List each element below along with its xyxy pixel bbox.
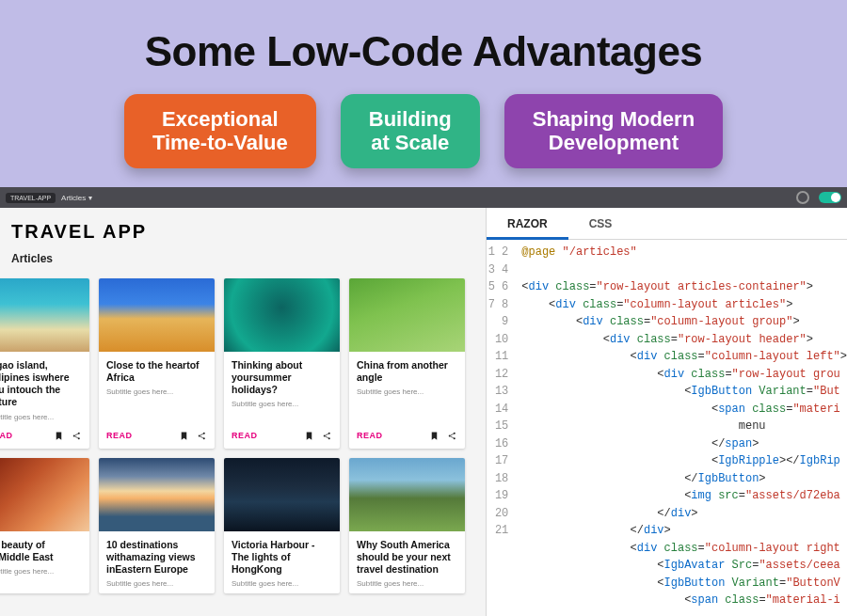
article-card[interactable]: China from another angle Subtitle goes h… bbox=[349, 278, 465, 449]
app-menu-articles[interactable]: Articles ▾ bbox=[61, 194, 91, 202]
card-title: Victoria Harbour - The lights of HongKon… bbox=[232, 539, 332, 576]
travel-app-title: TRAVEL APP bbox=[11, 221, 474, 243]
card-image bbox=[224, 458, 340, 531]
app-badge: TRAVEL-APP bbox=[6, 193, 56, 203]
card-title: Why South America should be your next tr… bbox=[357, 539, 457, 576]
card-image bbox=[99, 278, 215, 352]
card-title: China from another angle bbox=[357, 359, 457, 384]
card-title: he beauty of heMiddle East bbox=[0, 539, 82, 563]
pill-building-scale: Building at Scale bbox=[341, 94, 480, 168]
card-image bbox=[349, 458, 465, 531]
svg-point-11 bbox=[454, 437, 455, 439]
svg-point-5 bbox=[203, 437, 205, 439]
card-image bbox=[99, 458, 215, 531]
viewport-circle-icon[interactable] bbox=[796, 191, 809, 204]
card-subtitle: Subtitle goes here... bbox=[357, 579, 457, 588]
card-title: 10 destinations withamazing views inEast… bbox=[106, 539, 207, 576]
share-icon[interactable] bbox=[72, 431, 82, 441]
bookmark-icon[interactable] bbox=[304, 431, 314, 441]
svg-point-10 bbox=[454, 432, 455, 434]
card-subtitle: Subtitle goes here... bbox=[357, 387, 457, 396]
article-card[interactable]: Victoria Harbour - The lights of HongKon… bbox=[224, 458, 340, 593]
pill-line: Building bbox=[369, 107, 452, 131]
code-editor-panel: RAZOR CSS 1 2 3 4 5 6 7 8 9 10 11 12 13 … bbox=[486, 208, 847, 616]
read-button[interactable]: READ bbox=[0, 431, 46, 440]
pill-line: Development bbox=[533, 131, 695, 154]
code-area[interactable]: 1 2 3 4 5 6 7 8 9 10 11 12 13 14 15 16 1… bbox=[487, 240, 847, 616]
pill-line: Time-to-Value bbox=[152, 131, 288, 154]
card-subtitle: Subtitle goes here... bbox=[0, 413, 82, 421]
editor-tabs: RAZOR CSS bbox=[487, 208, 847, 240]
card-grid: argao island, hillipines iswhere you int… bbox=[0, 271, 486, 593]
card-subtitle: Subtitle goes here... bbox=[106, 579, 207, 588]
pill-row: Exceptional Time-to-Value Building at Sc… bbox=[0, 94, 847, 168]
svg-point-1 bbox=[78, 432, 80, 434]
share-icon[interactable] bbox=[322, 431, 332, 441]
svg-point-7 bbox=[328, 432, 330, 434]
code-content[interactable]: @page "/articles" <div class="row-layout… bbox=[516, 240, 847, 616]
designer-app-bar: TRAVEL-APP Articles ▾ bbox=[0, 187, 847, 208]
travel-preview-panel: TRAVEL APP Articles argao island, hillip… bbox=[0, 208, 486, 616]
split-panels: TRAVEL APP Articles argao island, hillip… bbox=[0, 208, 847, 616]
card-subtitle: Subtitle goes here... bbox=[232, 400, 332, 408]
card-title: argao island, hillipines iswhere you int… bbox=[0, 359, 82, 409]
card-title: Thinking about yoursummer holidays? bbox=[232, 359, 332, 396]
article-card[interactable]: he beauty of heMiddle East Subtitle goes… bbox=[0, 458, 89, 593]
read-button[interactable]: READ bbox=[106, 431, 171, 440]
card-image bbox=[0, 278, 89, 352]
travel-section-heading: Articles bbox=[11, 252, 474, 265]
pill-shaping-dev: Shaping Modern Development bbox=[504, 94, 723, 168]
card-image bbox=[224, 278, 340, 352]
card-image bbox=[0, 458, 89, 531]
pill-line: Shaping Modern bbox=[533, 107, 695, 131]
card-title: Close to the heartof Africa bbox=[106, 359, 207, 384]
read-button[interactable]: READ bbox=[357, 431, 422, 440]
card-image bbox=[349, 278, 465, 352]
read-button[interactable]: READ bbox=[232, 431, 296, 440]
card-subtitle: Subtitle goes here... bbox=[0, 567, 82, 576]
svg-point-8 bbox=[328, 437, 330, 439]
article-card[interactable]: argao island, hillipines iswhere you int… bbox=[0, 278, 89, 449]
svg-point-2 bbox=[78, 437, 80, 439]
bookmark-icon[interactable] bbox=[179, 431, 189, 441]
preview-toggle[interactable] bbox=[819, 192, 841, 203]
article-card[interactable]: Close to the heartof Africa Subtitle goe… bbox=[99, 278, 215, 449]
page-headline: Some Low-Code Advantages bbox=[0, 0, 847, 94]
share-icon[interactable] bbox=[447, 431, 457, 441]
tab-css[interactable]: CSS bbox=[568, 208, 633, 239]
bookmark-icon[interactable] bbox=[429, 431, 439, 441]
share-icon[interactable] bbox=[197, 431, 207, 441]
card-subtitle: Subtitle goes here... bbox=[232, 579, 332, 588]
article-card[interactable]: Why South America should be your next tr… bbox=[349, 458, 465, 593]
article-card[interactable]: Thinking about yoursummer holidays? Subt… bbox=[224, 278, 340, 449]
article-card[interactable]: 10 destinations withamazing views inEast… bbox=[99, 458, 215, 593]
pill-time-to-value: Exceptional Time-to-Value bbox=[124, 94, 316, 168]
bookmark-icon[interactable] bbox=[54, 431, 64, 441]
tab-razor[interactable]: RAZOR bbox=[487, 208, 568, 239]
line-gutter: 1 2 3 4 5 6 7 8 9 10 11 12 13 14 15 16 1… bbox=[487, 240, 516, 616]
pill-line: Exceptional bbox=[152, 107, 288, 131]
card-subtitle: Subtitle goes here... bbox=[106, 387, 207, 396]
svg-point-4 bbox=[203, 432, 205, 434]
pill-line: at Scale bbox=[369, 131, 452, 154]
